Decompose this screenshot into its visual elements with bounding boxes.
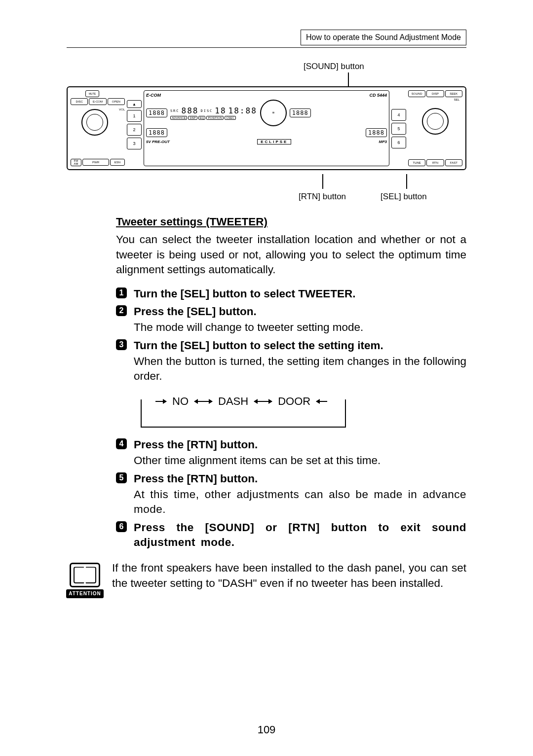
step-2: 2 Press the [SEL] button. The mode will … xyxy=(134,304,466,335)
seg-d: 18:88 xyxy=(228,106,257,115)
cycle-diagram: NO DASH DOOR xyxy=(134,394,346,428)
header-rule: How to operate the Sound Adjustment Mode xyxy=(67,30,466,48)
section-intro: You can select the tweeter installation … xyxy=(116,232,466,277)
preout-label: 5V PRE-OUT xyxy=(146,140,170,144)
step-number-icon: 4 xyxy=(116,438,127,449)
seg-side-2: 1888 xyxy=(366,128,387,137)
disc-tag: DISC xyxy=(200,109,213,113)
sel-label: SEL xyxy=(408,98,462,101)
step-number-icon: 6 xyxy=(116,521,127,532)
section-title: Tweeter settings (TWEETER) xyxy=(116,215,466,229)
seg-side-1: 1888 xyxy=(290,108,311,117)
step-number-icon: 5 xyxy=(116,472,127,483)
mute-button: MUTE xyxy=(85,90,99,97)
model-label: CD 5444 xyxy=(369,93,387,98)
seg-a: 1888 xyxy=(146,108,167,117)
step-body: Other time alignment items can be set at… xyxy=(134,453,466,468)
leader-line xyxy=(406,174,407,189)
page-number: 109 xyxy=(0,723,533,736)
preset-2: 2 xyxy=(127,124,142,136)
device-faceplate-diagram: MUTE DISC E-COM OPEN VOL FM AM PWR ES xyxy=(67,86,466,170)
callout-sound-label: [SOUND] button xyxy=(304,62,364,71)
tag-dsp: DSP xyxy=(188,116,197,120)
seg-a2: 1888 xyxy=(146,128,167,137)
step-4: 4 Press the [RTN] button. Other time ali… xyxy=(134,437,466,468)
esn-button: ESN xyxy=(110,159,125,166)
step-head: Press the [SOUND] or [RTN] button to exi… xyxy=(134,520,466,550)
ecom-button: E-COM xyxy=(89,98,106,105)
tune-button: TUNE xyxy=(408,159,425,166)
callout-rtn-label: [RTN] button xyxy=(299,192,346,202)
fast-button: FAST xyxy=(445,159,462,166)
book-icon xyxy=(70,563,100,587)
step-number-icon: 3 xyxy=(116,339,127,350)
disc-button: DISC xyxy=(71,98,88,105)
preset-4: 4 xyxy=(391,109,406,121)
tag-advance: ADVANCE xyxy=(170,116,188,120)
sel-knob xyxy=(422,108,449,135)
attention-text: If the front speakers have been installe… xyxy=(112,561,466,598)
tag-eq: EQ xyxy=(198,116,206,120)
tag-csec: CSEC xyxy=(225,116,236,120)
callout-sel-label: [SEL] button xyxy=(381,192,427,202)
breadcrumb: How to operate the Sound Adjustment Mode xyxy=(301,30,466,45)
seek-button: SEEK xyxy=(445,90,462,97)
leader-line xyxy=(348,72,349,86)
rtn-button: RTN xyxy=(426,159,444,166)
seg-b: 888 xyxy=(182,106,199,115)
callout-sound: [SOUND] button xyxy=(304,62,364,72)
src-tag: SRC xyxy=(170,109,180,113)
step-head: Press the [SEL] button. xyxy=(134,304,466,319)
step-number-icon: 2 xyxy=(116,305,127,316)
step-body: The mode will change to tweeter setting … xyxy=(134,320,466,335)
preset-6: 6 xyxy=(391,137,406,148)
brand-label: ECLIPSE xyxy=(257,139,291,144)
attention-label: ATTENTION xyxy=(66,589,103,598)
center-dial-icon: ✳ xyxy=(260,100,287,126)
attention-icon: ATTENTION xyxy=(67,561,103,598)
tag-position: POSITION xyxy=(206,116,224,120)
pwr-button: PWR xyxy=(82,159,109,166)
volume-knob xyxy=(81,109,108,136)
cycle-return-line xyxy=(141,399,346,428)
preset-3: 3 xyxy=(127,138,142,149)
open-button: OPEN xyxy=(108,98,125,105)
step-body: At this time, other adjustments can also… xyxy=(134,487,466,517)
vol-label: VOL xyxy=(119,106,125,139)
step-body: When the button is turned, the setting i… xyxy=(134,354,466,384)
ecom-brand-label: E-COM xyxy=(146,93,161,98)
step-6: 6 Press the [SOUND] or [RTN] button to e… xyxy=(134,520,466,550)
disp-button: DISP xyxy=(426,90,444,97)
sound-button: SOUND xyxy=(408,90,425,97)
step-head: Turn the [SEL] button to select the sett… xyxy=(134,338,466,353)
step-5: 5 Press the [RTN] button. At this time, … xyxy=(134,471,466,517)
mp3-label: MP3 xyxy=(379,140,387,144)
step-3: 3 Turn the [SEL] button to select the se… xyxy=(134,338,466,428)
fm-am-button: FM AM xyxy=(71,159,81,166)
seg-c: 18 xyxy=(215,106,226,115)
step-1: 1 Turn the [SEL] button to select TWEETE… xyxy=(134,287,466,301)
step-head: Press the [RTN] button. xyxy=(134,437,466,452)
leader-line xyxy=(322,174,323,189)
eject-button: ▲ xyxy=(127,100,142,108)
step-head: Turn the [SEL] button to select TWEETER. xyxy=(134,287,466,301)
step-head: Press the [RTN] button. xyxy=(134,471,466,486)
step-number-icon: 1 xyxy=(116,288,127,298)
preset-1: 1 xyxy=(127,110,142,122)
preset-5: 5 xyxy=(391,123,406,135)
